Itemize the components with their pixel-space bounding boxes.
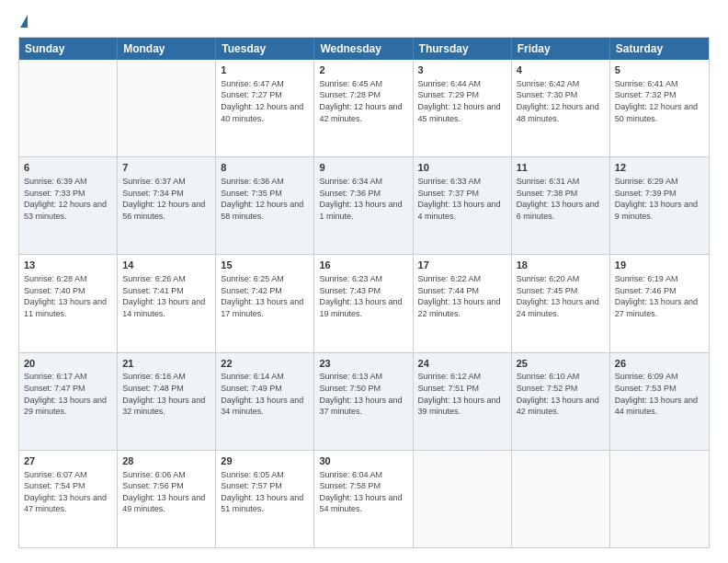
day-number: 9: [319, 161, 407, 175]
calendar-cell: 27Sunrise: 6:07 AM Sunset: 7:54 PM Dayli…: [19, 451, 118, 547]
calendar-cell: [118, 60, 216, 156]
day-number: 18: [517, 259, 605, 272]
day-info: Sunrise: 6:06 AM Sunset: 7:56 PM Dayligh…: [122, 469, 210, 515]
day-info: Sunrise: 6:37 AM Sunset: 7:34 PM Dayligh…: [122, 176, 210, 222]
calendar-cell: 15Sunrise: 6:25 AM Sunset: 7:42 PM Dayli…: [216, 255, 314, 351]
day-info: Sunrise: 6:12 AM Sunset: 7:51 PM Dayligh…: [418, 371, 506, 417]
calendar-cell: 21Sunrise: 6:16 AM Sunset: 7:48 PM Dayli…: [118, 353, 216, 450]
day-number: 24: [418, 357, 506, 371]
day-info: Sunrise: 6:26 AM Sunset: 7:41 PM Dayligh…: [122, 273, 210, 319]
day-info: Sunrise: 6:19 AM Sunset: 7:46 PM Dayligh…: [615, 273, 704, 319]
day-number: 23: [319, 357, 407, 371]
day-number: 7: [122, 161, 210, 175]
weekday-header: Saturday: [610, 38, 709, 60]
calendar-cell: 13Sunrise: 6:28 AM Sunset: 7:40 PM Dayli…: [19, 255, 118, 351]
calendar-body: 1Sunrise: 6:47 AM Sunset: 7:27 PM Daylig…: [19, 60, 709, 547]
day-info: Sunrise: 6:20 AM Sunset: 7:45 PM Dayligh…: [517, 273, 605, 319]
day-number: 16: [319, 259, 407, 272]
calendar-cell: 24Sunrise: 6:12 AM Sunset: 7:51 PM Dayli…: [414, 353, 512, 450]
calendar-cell: 16Sunrise: 6:23 AM Sunset: 7:43 PM Dayli…: [314, 255, 413, 351]
calendar-cell: [19, 60, 118, 156]
day-info: Sunrise: 6:34 AM Sunset: 7:36 PM Dayligh…: [319, 176, 407, 222]
day-info: Sunrise: 6:31 AM Sunset: 7:38 PM Dayligh…: [517, 176, 605, 222]
day-info: Sunrise: 6:07 AM Sunset: 7:54 PM Dayligh…: [24, 469, 112, 515]
day-number: 3: [418, 63, 506, 77]
weekday-header: Tuesday: [216, 38, 314, 60]
calendar-cell: 8Sunrise: 6:36 AM Sunset: 7:35 PM Daylig…: [216, 157, 314, 254]
calendar-cell: [512, 451, 610, 547]
calendar-cell: 20Sunrise: 6:17 AM Sunset: 7:47 PM Dayli…: [19, 353, 118, 450]
day-number: 13: [24, 259, 112, 272]
day-info: Sunrise: 6:09 AM Sunset: 7:53 PM Dayligh…: [615, 371, 704, 417]
logo-triangle-icon: [20, 15, 28, 28]
day-number: 19: [615, 259, 704, 272]
page: SundayMondayTuesdayWednesdayThursdayFrid…: [0, 0, 728, 563]
day-info: Sunrise: 6:36 AM Sunset: 7:35 PM Dayligh…: [221, 176, 309, 222]
day-info: Sunrise: 6:39 AM Sunset: 7:33 PM Dayligh…: [24, 176, 112, 222]
day-number: 22: [221, 357, 309, 371]
calendar-cell: 9Sunrise: 6:34 AM Sunset: 7:36 PM Daylig…: [314, 157, 413, 254]
calendar-cell: 10Sunrise: 6:33 AM Sunset: 7:37 PM Dayli…: [414, 157, 512, 254]
day-number: 17: [418, 259, 506, 272]
calendar-cell: 25Sunrise: 6:10 AM Sunset: 7:52 PM Dayli…: [512, 353, 610, 450]
calendar-cell: 23Sunrise: 6:13 AM Sunset: 7:50 PM Dayli…: [314, 353, 413, 450]
calendar-cell: 29Sunrise: 6:05 AM Sunset: 7:57 PM Dayli…: [216, 451, 314, 547]
day-number: 26: [615, 357, 704, 371]
logo: [18, 15, 28, 28]
day-number: 28: [122, 454, 210, 468]
day-number: 5: [615, 63, 704, 77]
calendar-cell: 6Sunrise: 6:39 AM Sunset: 7:33 PM Daylig…: [19, 157, 118, 254]
day-number: 6: [24, 161, 112, 175]
day-info: Sunrise: 6:13 AM Sunset: 7:50 PM Dayligh…: [319, 371, 407, 417]
day-number: 21: [122, 357, 210, 371]
header: [18, 15, 710, 28]
day-info: Sunrise: 6:29 AM Sunset: 7:39 PM Dayligh…: [615, 176, 704, 222]
calendar-row: 27Sunrise: 6:07 AM Sunset: 7:54 PM Dayli…: [19, 450, 709, 547]
day-info: Sunrise: 6:45 AM Sunset: 7:28 PM Dayligh…: [319, 78, 407, 124]
calendar-row: 20Sunrise: 6:17 AM Sunset: 7:47 PM Dayli…: [19, 352, 709, 450]
day-info: Sunrise: 6:04 AM Sunset: 7:58 PM Dayligh…: [319, 469, 407, 515]
day-number: 8: [221, 161, 309, 175]
day-number: 2: [319, 63, 407, 77]
weekday-header: Sunday: [19, 38, 118, 60]
calendar-cell: 5Sunrise: 6:41 AM Sunset: 7:32 PM Daylig…: [610, 60, 709, 156]
day-number: 27: [24, 454, 112, 468]
day-number: 15: [221, 259, 309, 272]
day-number: 20: [24, 357, 112, 371]
day-info: Sunrise: 6:10 AM Sunset: 7:52 PM Dayligh…: [517, 371, 605, 417]
day-info: Sunrise: 6:23 AM Sunset: 7:43 PM Dayligh…: [319, 273, 407, 319]
calendar-cell: 1Sunrise: 6:47 AM Sunset: 7:27 PM Daylig…: [216, 60, 314, 156]
day-info: Sunrise: 6:14 AM Sunset: 7:49 PM Dayligh…: [221, 371, 309, 417]
day-info: Sunrise: 6:28 AM Sunset: 7:40 PM Dayligh…: [24, 273, 112, 319]
day-info: Sunrise: 6:25 AM Sunset: 7:42 PM Dayligh…: [221, 273, 309, 319]
calendar-cell: 17Sunrise: 6:22 AM Sunset: 7:44 PM Dayli…: [414, 255, 512, 351]
day-number: 14: [122, 259, 210, 272]
calendar: SundayMondayTuesdayWednesdayThursdayFrid…: [18, 37, 710, 548]
calendar-row: 13Sunrise: 6:28 AM Sunset: 7:40 PM Dayli…: [19, 254, 709, 351]
calendar-cell: 19Sunrise: 6:19 AM Sunset: 7:46 PM Dayli…: [610, 255, 709, 351]
day-number: 25: [517, 357, 605, 371]
weekday-header: Monday: [118, 38, 216, 60]
day-number: 4: [517, 63, 605, 77]
day-number: 11: [517, 161, 605, 175]
day-info: Sunrise: 6:22 AM Sunset: 7:44 PM Dayligh…: [418, 273, 506, 319]
calendar-row: 6Sunrise: 6:39 AM Sunset: 7:33 PM Daylig…: [19, 156, 709, 254]
calendar-row: 1Sunrise: 6:47 AM Sunset: 7:27 PM Daylig…: [19, 60, 709, 156]
calendar-cell: 12Sunrise: 6:29 AM Sunset: 7:39 PM Dayli…: [610, 157, 709, 254]
calendar-cell: 22Sunrise: 6:14 AM Sunset: 7:49 PM Dayli…: [216, 353, 314, 450]
day-number: 1: [221, 63, 309, 77]
day-number: 10: [418, 161, 506, 175]
day-info: Sunrise: 6:47 AM Sunset: 7:27 PM Dayligh…: [221, 78, 309, 124]
weekday-header: Friday: [512, 38, 610, 60]
day-number: 12: [615, 161, 704, 175]
day-info: Sunrise: 6:05 AM Sunset: 7:57 PM Dayligh…: [221, 469, 309, 515]
calendar-cell: [414, 451, 512, 547]
weekday-header: Wednesday: [314, 38, 413, 60]
day-number: 29: [221, 454, 309, 468]
calendar-cell: 30Sunrise: 6:04 AM Sunset: 7:58 PM Dayli…: [314, 451, 413, 547]
calendar-cell: 2Sunrise: 6:45 AM Sunset: 7:28 PM Daylig…: [314, 60, 413, 156]
day-info: Sunrise: 6:44 AM Sunset: 7:29 PM Dayligh…: [418, 78, 506, 124]
weekday-header: Thursday: [414, 38, 512, 60]
calendar-cell: [610, 451, 709, 547]
day-info: Sunrise: 6:16 AM Sunset: 7:48 PM Dayligh…: [122, 371, 210, 417]
